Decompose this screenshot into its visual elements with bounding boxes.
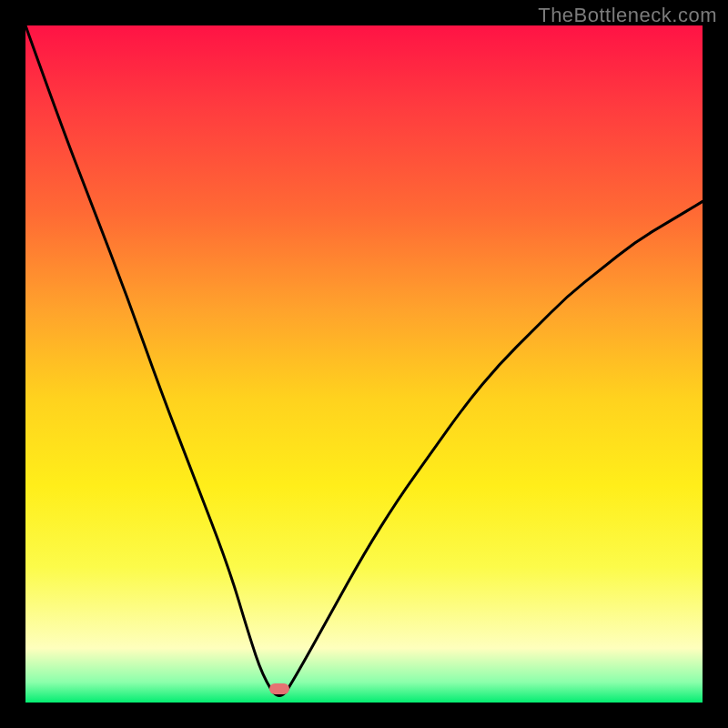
watermark-text: TheBottleneck.com — [538, 4, 717, 27]
plot-area — [25, 25, 703, 703]
chart-frame: TheBottleneck.com — [0, 0, 728, 728]
optimum-marker — [269, 683, 289, 694]
